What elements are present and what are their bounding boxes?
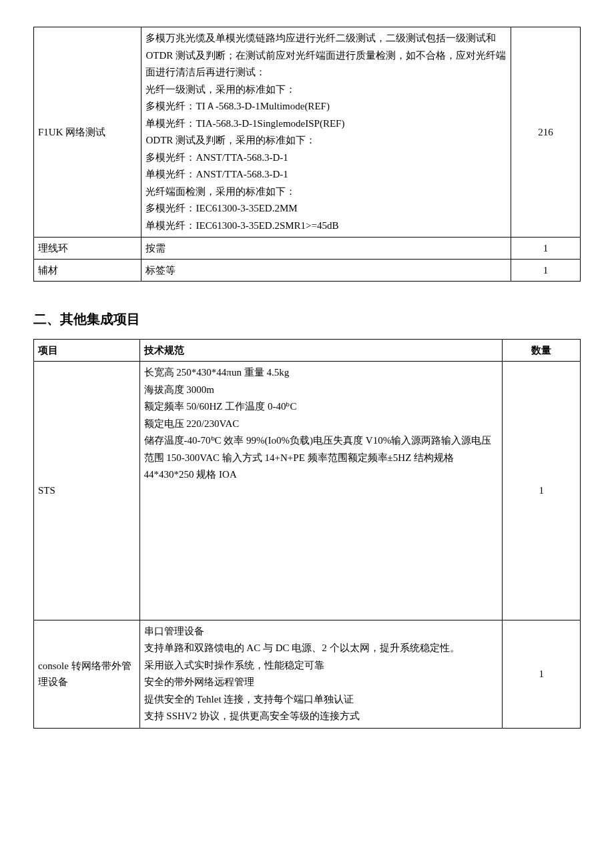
cell-padding [144,484,499,617]
project-cell: F1UK 网络测试 [34,27,141,238]
spec-text: 长宽高 250*430*44πun 重量 4.5kg 海拔高度 3000m 额定… [144,364,499,484]
spec-cell: 按需 [141,238,511,260]
qty-cell: 1 [503,620,581,728]
spec-cell: 多模万兆光缆及单模光缆链路均应进行光纤二级测试，二级测试包括一级测试和 OTDR… [141,27,511,238]
project-cell: STS [34,362,140,620]
project-cell: console 转网络带外管理设备 [34,620,140,728]
qty-cell: 1 [503,362,581,620]
header-qty: 数量 [503,340,581,362]
table-row: STS 长宽高 250*430*44πun 重量 4.5kg 海拔高度 3000… [34,362,581,620]
spec-table-2: 项目 技术规范 数量 STS 长宽高 250*430*44πun 重量 4.5k… [33,339,581,729]
spec-text: 多模万兆光缆及单模光缆链路均应进行光纤二级测试，二级测试包括一级测试和 OTDR… [145,30,507,234]
table-header-row: 项目 技术规范 数量 [34,340,581,362]
spec-cell: 标签等 [141,260,511,282]
section-heading-other-integration: 二、其他集成项目 [33,308,581,330]
spec-cell: 长宽高 250*430*44πun 重量 4.5kg 海拔高度 3000m 额定… [139,362,503,620]
header-spec: 技术规范 [139,340,503,362]
table-row: console 转网络带外管理设备 串口管理设备 支持单路和双路馈电的 AC 与… [34,620,581,728]
project-cell: 理线环 [34,238,141,260]
qty-cell: 1 [511,238,581,260]
spec-text: 串口管理设备 支持单路和双路馈电的 AC 与 DC 电源、2 个以太网，提升系统… [144,623,499,725]
document-page: F1UK 网络测试 多模万兆光缆及单模光缆链路均应进行光纤二级测试，二级测试包括… [33,27,581,729]
spec-table-1: F1UK 网络测试 多模万兆光缆及单模光缆链路均应进行光纤二级测试，二级测试包括… [33,27,581,282]
qty-cell: 216 [511,27,581,238]
table-row: 理线环 按需 1 [34,238,581,260]
project-cell: 辅材 [34,260,141,282]
table-row: 辅材 标签等 1 [34,260,581,282]
spec-cell: 串口管理设备 支持单路和双路馈电的 AC 与 DC 电源、2 个以太网，提升系统… [139,620,503,728]
header-project: 项目 [34,340,140,362]
qty-cell: 1 [511,260,581,282]
table-row: F1UK 网络测试 多模万兆光缆及单模光缆链路均应进行光纤二级测试，二级测试包括… [34,27,581,238]
